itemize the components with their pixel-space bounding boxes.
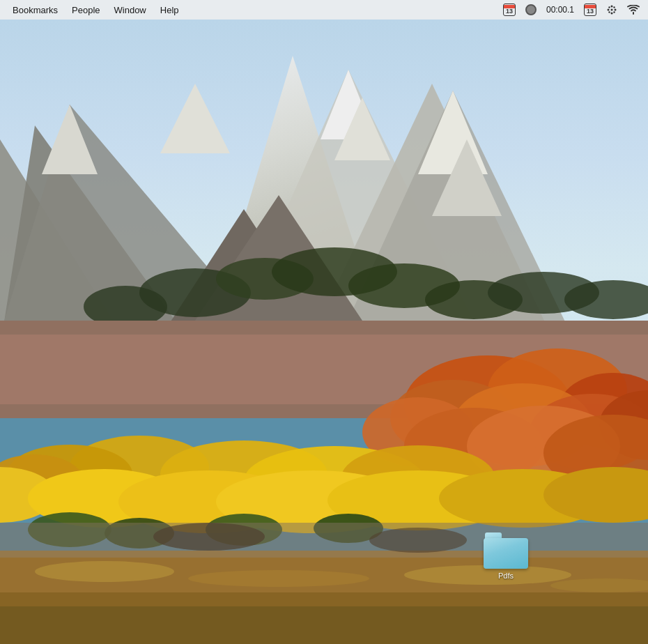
control-center-icon bbox=[606, 4, 617, 15]
timer-status-item: 00:00.1 bbox=[543, 3, 577, 16]
calendar-date: 13 bbox=[506, 8, 513, 15]
record-status-item[interactable] bbox=[523, 3, 539, 17]
window-menu[interactable]: Window bbox=[107, 3, 153, 17]
svg-point-69 bbox=[615, 9, 617, 11]
svg-point-56 bbox=[35, 561, 174, 582]
svg-point-65 bbox=[611, 9, 613, 11]
svg-point-72 bbox=[613, 6, 615, 8]
svg-point-64 bbox=[369, 528, 467, 553]
svg-marker-62 bbox=[0, 523, 648, 558]
calendar-date-2: 13 bbox=[587, 8, 594, 15]
svg-point-63 bbox=[153, 523, 265, 551]
svg-point-68 bbox=[608, 9, 610, 11]
desktop-wallpaper bbox=[0, 0, 648, 644]
help-menu[interactable]: Help bbox=[153, 3, 186, 17]
calendar-icon: 13 bbox=[503, 3, 516, 16]
pdfs-folder[interactable]: Pdfs bbox=[481, 530, 531, 583]
folder-body bbox=[484, 538, 528, 569]
folder-label: Pdfs bbox=[498, 572, 514, 580]
calendar-icon-2: 13 bbox=[584, 3, 596, 16]
menubar-left: Bookmarks People Window Help bbox=[6, 3, 186, 17]
svg-point-70 bbox=[608, 6, 610, 8]
timer-display: 00:00.1 bbox=[546, 5, 574, 15]
folder-icon bbox=[484, 532, 528, 569]
wifi-icon bbox=[627, 5, 640, 15]
menubar-right: 13 00:00.1 13 bbox=[500, 2, 642, 17]
calendar-status-item[interactable]: 13 bbox=[500, 2, 518, 17]
svg-point-57 bbox=[188, 570, 369, 587]
menubar: Bookmarks People Window Help 13 00:00.1 bbox=[0, 0, 648, 20]
calendar-status-item-2[interactable]: 13 bbox=[581, 2, 599, 17]
desktop: Bookmarks People Window Help 13 00:00.1 bbox=[0, 0, 648, 644]
svg-point-71 bbox=[613, 11, 615, 13]
wifi-status-item[interactable] bbox=[624, 3, 642, 16]
svg-rect-61 bbox=[0, 606, 648, 644]
record-button bbox=[525, 4, 537, 15]
control-center-item[interactable] bbox=[603, 3, 620, 17]
svg-point-73 bbox=[608, 11, 610, 13]
svg-point-67 bbox=[611, 13, 613, 15]
people-menu[interactable]: People bbox=[65, 3, 107, 17]
bookmarks-menu[interactable]: Bookmarks bbox=[6, 3, 65, 17]
svg-point-66 bbox=[611, 6, 613, 8]
